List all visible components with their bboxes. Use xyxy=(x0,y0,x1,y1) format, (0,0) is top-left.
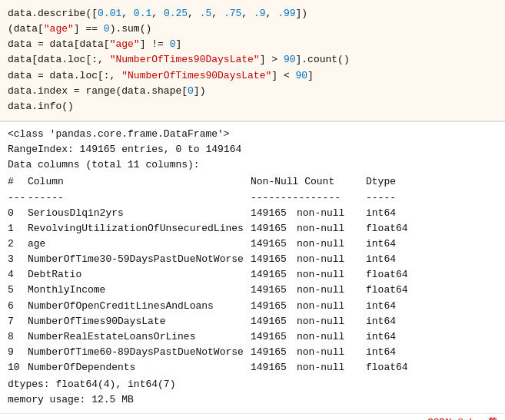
row-name: NumberOfDependents xyxy=(28,360,251,375)
header-dtype: Dtype xyxy=(366,174,396,190)
output-section: <class 'pandas.core.frame.DataFrame'> Ra… xyxy=(0,122,505,413)
row-dtype: int64 xyxy=(366,299,396,314)
row-name: RevolvingUtilizationOfUnsecuredLines xyxy=(28,221,251,236)
memory-line: memory usage: 12.5 MB xyxy=(8,392,497,408)
row-idx: 5 xyxy=(8,283,28,298)
row-dtype: int64 xyxy=(366,345,396,360)
code-line-4: data[data.loc[:, "NumberOfTimes90DaysLat… xyxy=(8,52,497,68)
row-nonnull: non-null xyxy=(297,252,366,267)
table-row: 9NumberOfTime60-89DaysPastDueNotWorse149… xyxy=(8,345,497,360)
table-rows: 0SeriousDlqin2yrs149165non-nullint641Rev… xyxy=(8,206,497,376)
row-nonnull: non-null xyxy=(297,267,366,283)
row-dtype: float64 xyxy=(366,283,408,298)
row-idx: 1 xyxy=(8,221,28,236)
row-dtype: float64 xyxy=(366,360,408,375)
row-name: DebtRatio xyxy=(28,267,251,283)
table-row: 2age149165non-nullint64 xyxy=(8,236,497,252)
table-row: 3NumberOfTime30-59DaysPastDueNotWorse149… xyxy=(8,252,497,267)
brand-text: CSDN @shen麓 xyxy=(427,415,497,420)
table-row: 4DebtRatio149165non-nullfloat64 xyxy=(8,267,497,283)
row-count: 149165 xyxy=(251,283,297,298)
sep-count: --------------- xyxy=(251,190,366,206)
row-name: NumberOfTime60-89DaysPastDueNotWorse xyxy=(28,345,251,360)
row-count: 149165 xyxy=(251,329,297,345)
row-dtype: float64 xyxy=(366,267,408,283)
range-line: RangeIndex: 149165 entries, 0 to 149164 xyxy=(8,142,497,157)
columns-line: Data columns (total 11 columns): xyxy=(8,157,497,173)
table-header: # Column Non-Null Count Dtype xyxy=(8,174,497,190)
row-idx: 10 xyxy=(8,360,28,375)
code-section: data.describe([0.01, 0.1, 0.25, .5, .75,… xyxy=(0,0,505,121)
row-idx: 9 xyxy=(8,345,28,360)
row-count: 149165 xyxy=(251,299,297,314)
code-line-2: (data["age"] == 0).sum() xyxy=(8,21,497,37)
table-row: 7NumberOfTimes90DaysLate149165non-nullin… xyxy=(8,314,497,329)
row-dtype: float64 xyxy=(366,221,408,236)
table-row: 1RevolvingUtilizationOfUnsecuredLines149… xyxy=(8,221,497,236)
row-name: NumberOfTime30-59DaysPastDueNotWorse xyxy=(28,252,251,267)
table-row: 8NumberRealEstateLoansOrLines149165non-n… xyxy=(8,329,497,345)
row-count: 149165 xyxy=(251,360,297,375)
row-dtype: int64 xyxy=(366,206,396,221)
row-dtype: int64 xyxy=(366,314,396,329)
row-count: 149165 xyxy=(251,221,297,236)
table-separator: --- ------ --------------- ----- xyxy=(8,190,497,206)
sep-dtype: ----- xyxy=(366,190,396,206)
row-count: 149165 xyxy=(251,267,297,283)
header-count: Non-Null Count xyxy=(251,174,366,190)
row-idx: 3 xyxy=(8,252,28,267)
row-nonnull: non-null xyxy=(297,345,366,360)
row-nonnull: non-null xyxy=(297,299,366,314)
row-count: 149165 xyxy=(251,345,297,360)
row-name: age xyxy=(28,236,251,252)
row-name: MonthlyIncome xyxy=(28,283,251,298)
code-line-6: data.index = range(data.shape[0]) xyxy=(8,84,497,99)
row-idx: 4 xyxy=(8,267,28,283)
row-count: 149165 xyxy=(251,236,297,252)
header-col: Column xyxy=(28,174,251,190)
row-nonnull: non-null xyxy=(297,360,366,375)
row-idx: 2 xyxy=(8,236,28,252)
row-name: NumberRealEstateLoansOrLines xyxy=(28,329,251,345)
table-row: 10NumberOfDependents149165non-nullfloat6… xyxy=(8,360,497,375)
table-row: 6NumberOfOpenCreditLinesAndLoans149165no… xyxy=(8,299,497,314)
row-dtype: int64 xyxy=(366,252,396,267)
row-idx: 0 xyxy=(8,206,28,221)
row-nonnull: non-null xyxy=(297,236,366,252)
row-nonnull: non-null xyxy=(297,283,366,298)
row-dtype: int64 xyxy=(366,236,396,252)
code-line-7: data.info() xyxy=(8,99,497,114)
row-idx: 6 xyxy=(8,299,28,314)
row-name: NumberOfTimes90DaysLate xyxy=(28,314,251,329)
code-line-3: data = data[data["age"] != 0] xyxy=(8,37,497,52)
row-idx: 8 xyxy=(8,329,28,345)
table-row: 0SeriousDlqin2yrs149165non-nullint64 xyxy=(8,206,497,221)
sep-idx: --- xyxy=(8,190,28,206)
header-idx: # xyxy=(8,174,28,190)
row-nonnull: non-null xyxy=(297,206,366,221)
sep-col: ------ xyxy=(28,190,251,206)
footer-bar: CSDN @shen麓 xyxy=(0,413,505,420)
row-dtype: int64 xyxy=(366,329,396,345)
row-count: 149165 xyxy=(251,252,297,267)
row-name: NumberOfOpenCreditLinesAndLoans xyxy=(28,299,251,314)
code-line-1: data.describe([0.01, 0.1, 0.25, .5, .75,… xyxy=(8,6,497,21)
dtypes-line: dtypes: float64(4), int64(7) xyxy=(8,377,497,392)
table-row: 5MonthlyIncome149165non-nullfloat64 xyxy=(8,283,497,298)
row-count: 149165 xyxy=(251,314,297,329)
row-nonnull: non-null xyxy=(297,329,366,345)
row-idx: 7 xyxy=(8,314,28,329)
row-nonnull: non-null xyxy=(297,314,366,329)
row-count: 149165 xyxy=(251,206,297,221)
code-line-5: data = data.loc[:, "NumberOfTimes90DaysL… xyxy=(8,68,497,84)
row-nonnull: non-null xyxy=(297,221,366,236)
class-line: <class 'pandas.core.frame.DataFrame'> xyxy=(8,127,497,142)
main-container: data.describe([0.01, 0.1, 0.25, .5, .75,… xyxy=(0,0,505,420)
row-name: SeriousDlqin2yrs xyxy=(28,206,251,221)
